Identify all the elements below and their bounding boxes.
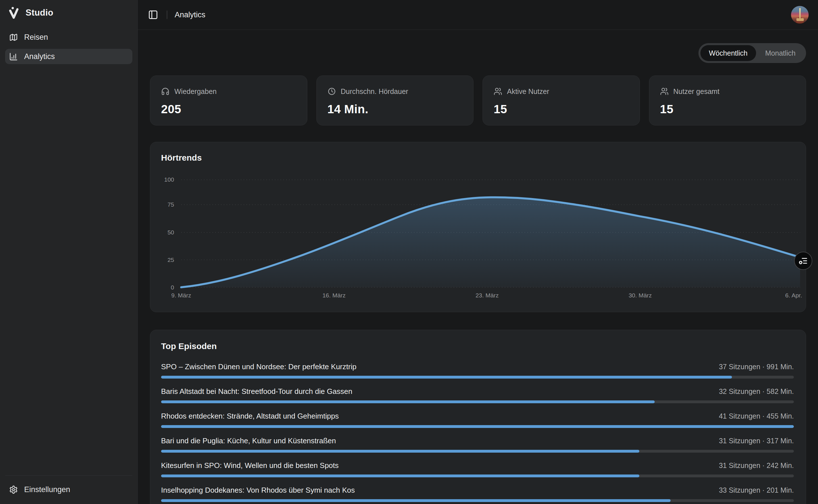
brand-name: Studio (26, 8, 53, 18)
avatar[interactable] (791, 6, 809, 24)
y-tick: 25 (154, 257, 174, 263)
stat-value: 205 (161, 102, 296, 116)
episode-progress-track (161, 400, 794, 403)
episode-title: Bari und die Puglia: Küche, Kultur und K… (161, 436, 336, 445)
episodes-title: Top Episoden (161, 341, 794, 351)
sidebar-item-einstellungen[interactable]: Einstellungen (5, 482, 132, 497)
stat-card-aktive-nutzer: Aktive Nutzer 15 (483, 75, 640, 125)
sidebar-footer-label: Einstellungen (24, 485, 70, 494)
x-tick: 9. März (158, 292, 204, 299)
episodes-list: SPO – Zwischen Dünen und Nordsee: Der pe… (161, 362, 794, 504)
y-tick: 0 (154, 284, 174, 291)
map-icon (9, 33, 18, 42)
stat-label: Wiedergaben (174, 87, 217, 96)
stat-card-nutzer-gesamt: Nutzer gesamt 15 (649, 75, 806, 125)
episode-progress-track (161, 376, 794, 379)
sidebar-item-analytics[interactable]: Analytics (5, 49, 132, 64)
episode-title: Rhodos entdecken: Strände, Altstadt und … (161, 412, 339, 421)
studio-logo-icon (7, 6, 20, 19)
episode-row[interactable]: Baris Altstadt bei Nacht: Streetfood-Tou… (161, 387, 794, 403)
sidebar: Studio Reisen Analytics (0, 0, 138, 504)
clock-icon (328, 87, 336, 96)
period-toggle: Wöchentlich Monatlich (699, 43, 806, 63)
toggle-weekly[interactable]: Wöchentlich (701, 45, 756, 61)
episode-row[interactable]: SPO – Zwischen Dünen und Nordsee: Der pe… (161, 362, 794, 379)
episode-title: SPO – Zwischen Dünen und Nordsee: Der pe… (161, 362, 356, 371)
sidebar-toggle-icon[interactable] (148, 10, 158, 20)
sidebar-nav: Reisen Analytics (0, 21, 137, 64)
episode-title: Baris Altstadt bei Nacht: Streetfood-Tou… (161, 387, 352, 396)
y-tick: 100 (154, 176, 174, 183)
episode-row[interactable]: Kitesurfen in SPO: Wind, Wellen und die … (161, 461, 794, 477)
y-tick: 75 (154, 201, 174, 208)
episode-progress-track (161, 450, 794, 453)
stat-label: Nutzer gesamt (674, 87, 720, 96)
stat-card-hoerdauer: Durchschn. Hördauer 14 Min. (316, 75, 474, 125)
top-episodes-card: Top Episoden SPO – Zwischen Dünen und No… (150, 330, 806, 504)
episode-meta: 33 Sitzungen · 201 Min. (719, 486, 794, 494)
episode-title: Kitesurfen in SPO: Wind, Wellen und die … (161, 461, 339, 470)
episode-row[interactable]: Rhodos entdecken: Strände, Altstadt und … (161, 412, 794, 428)
playlist-icon (798, 256, 808, 266)
episode-progress-track (161, 499, 794, 502)
sidebar-divider (5, 475, 132, 476)
stat-value: 14 Min. (328, 102, 463, 116)
episode-progress-fill (161, 474, 639, 477)
trends-area-chart (150, 142, 806, 312)
sidebar-item-label: Reisen (24, 33, 48, 42)
topbar-separator (167, 11, 167, 19)
users-icon (494, 87, 502, 96)
trends-chart-card: Hörtrends 100 75 50 25 (150, 142, 806, 312)
sidebar-footer: Einstellungen (0, 475, 137, 504)
episode-progress-track (161, 425, 794, 428)
stat-cards: Wiedergaben 205 Durchschn. Hördauer 14 M… (150, 75, 806, 125)
sidebar-item-reisen[interactable]: Reisen (5, 30, 132, 45)
x-tick: 16. März (311, 292, 357, 299)
stat-card-wiedergaben: Wiedergaben 205 (150, 75, 307, 125)
episode-meta: 37 Sitzungen · 991 Min. (719, 363, 794, 371)
episode-progress-fill (161, 425, 794, 428)
stat-value: 15 (660, 102, 795, 116)
episode-meta: 31 Sitzungen · 242 Min. (719, 461, 794, 470)
episode-row[interactable]: Bari und die Puglia: Küche, Kultur und K… (161, 436, 794, 453)
episode-meta: 32 Sitzungen · 582 Min. (719, 387, 794, 396)
episode-meta: 31 Sitzungen · 317 Min. (719, 437, 794, 445)
y-tick: 50 (154, 229, 174, 236)
sidebar-item-label: Analytics (24, 52, 55, 61)
queue-fab-button[interactable] (794, 252, 812, 270)
bar-chart-icon (9, 52, 18, 61)
episode-progress-fill (161, 499, 671, 502)
x-tick: 23. März (464, 292, 510, 299)
users-icon (660, 87, 669, 96)
brand: Studio (0, 0, 137, 21)
episode-progress-fill (161, 400, 655, 403)
stat-value: 15 (494, 102, 629, 116)
topbar: Analytics (138, 0, 818, 30)
x-tick: 30. März (618, 292, 663, 299)
breadcrumb: Analytics (175, 11, 206, 19)
stat-label: Durchschn. Hördauer (341, 87, 408, 96)
headphones-icon (161, 87, 169, 96)
episode-progress-fill (161, 450, 639, 453)
main-area: Analytics Wöchentlich Monatlich Wiederga… (138, 0, 818, 504)
episode-progress-fill (161, 376, 732, 379)
episode-meta: 41 Sitzungen · 455 Min. (719, 412, 794, 420)
episode-progress-track (161, 474, 794, 477)
gear-icon (9, 485, 18, 494)
toggle-monthly[interactable]: Monatlich (757, 45, 804, 61)
stat-label: Aktive Nutzer (507, 87, 549, 96)
chart-area-fill (181, 197, 800, 287)
episode-row[interactable]: Inselhopping Dodekanes: Von Rhodos über … (161, 486, 794, 502)
episode-title: Inselhopping Dodekanes: Von Rhodos über … (161, 486, 355, 495)
x-tick: 6. Apr. (757, 292, 802, 299)
